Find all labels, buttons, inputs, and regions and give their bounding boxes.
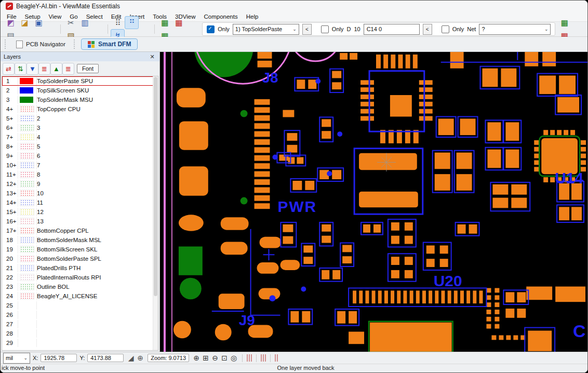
layer-color-swatch[interactable] [20, 78, 33, 84]
layer-row[interactable]: 24BeagleY_AI_LICENSE [2, 291, 158, 301]
layer-row[interactable]: 18BottomSolderMask MSL [2, 235, 158, 245]
layer-color-swatch[interactable] [20, 162, 34, 169]
layer-table-icon[interactable]: ≣ [38, 63, 50, 75]
layer-color-swatch[interactable] [20, 199, 34, 206]
layer-row[interactable]: 22PlatedInternalRouts RPI [2, 273, 158, 282]
move-layer-back-icon[interactable]: ▼ [26, 63, 38, 75]
layer-row[interactable]: 21PlatedDrills PTH [2, 263, 158, 273]
zoom-all-icon[interactable]: ◎ [229, 353, 238, 363]
line-grid-icon[interactable] [251, 354, 252, 362]
net-select[interactable]: ? [479, 24, 551, 35]
layer-color-swatch[interactable] [20, 105, 34, 113]
only-net-checkbox[interactable] [442, 25, 449, 33]
layer-color-swatch[interactable] [20, 236, 34, 244]
layer-color-swatch[interactable] [20, 190, 34, 197]
layer-row[interactable]: 27 [2, 319, 158, 329]
layer-row[interactable]: 25 [2, 301, 158, 310]
layer-row[interactable]: 4+TopCopper CPU [2, 104, 158, 114]
layer-row[interactable]: 16+13 [2, 217, 158, 226]
layer-row[interactable]: 28 [2, 329, 158, 338]
origin-grid-icon[interactable] [265, 354, 266, 362]
font-button[interactable]: Font [77, 64, 99, 73]
layer-row[interactable]: 14+11 [2, 198, 158, 207]
center-target-icon[interactable]: ⊕ [136, 353, 145, 363]
layer-row[interactable]: 12+9 [2, 179, 158, 189]
layer-color-swatch[interactable] [20, 152, 34, 159]
layer-color-swatch[interactable] [20, 292, 34, 300]
layer-color-swatch[interactable] [20, 171, 34, 178]
only-dcode-checkbox[interactable] [321, 25, 329, 33]
layer-color-swatch[interactable] [20, 283, 34, 290]
only-layer-checkbox[interactable] [207, 25, 215, 33]
layer-color-swatch[interactable] [20, 180, 34, 188]
zoom-in-icon[interactable]: ⊕ [192, 353, 201, 363]
via-grid-icon[interactable] [263, 354, 264, 362]
toggle-grid-icon[interactable] [277, 354, 278, 362]
net-probe-icon[interactable]: ▦ [557, 16, 571, 29]
scrollbar-thumb[interactable] [154, 77, 157, 296]
layer-row[interactable]: 3TopSolderMask MSU [2, 95, 158, 104]
layer-color-swatch[interactable] [20, 264, 34, 272]
layer-color-swatch[interactable] [20, 274, 34, 281]
smart-dfm-button[interactable]: Smart DFM [81, 38, 138, 50]
board-check-icon[interactable]: ▦ [172, 16, 186, 29]
layer-color-swatch[interactable] [20, 97, 33, 103]
layer-row[interactable]: 10+7 [2, 161, 158, 170]
layer-row[interactable]: 2TopSilkScreen SKU [2, 86, 158, 95]
layer-row[interactable]: 9+6 [2, 151, 158, 161]
zoom-points-icon[interactable]: ⊡ [220, 353, 229, 363]
dcode-list-icon[interactable]: ⠿ [111, 16, 125, 29]
layer-row[interactable]: 5+2 [2, 114, 158, 123]
highlight-pads-icon[interactable]: ⠛ [125, 16, 139, 29]
menu-components[interactable]: Components [200, 13, 242, 20]
layer-row[interactable]: 11+8 [2, 170, 158, 179]
prev-dcode-button[interactable]: < [423, 24, 432, 35]
pad-grid-icon[interactable] [261, 354, 262, 362]
dot-grid-icon[interactable] [249, 354, 250, 362]
units-select[interactable]: mil [3, 353, 30, 364]
layer-color-swatch[interactable] [20, 115, 34, 122]
layer-row[interactable]: 17+BottomCopper CPL [2, 226, 158, 235]
cut-icon[interactable]: ✂ [64, 16, 78, 29]
active-layer-select[interactable]: 1) TopSolderPaste [233, 24, 299, 35]
layers-scrollbar[interactable] [153, 76, 158, 350]
layer-row[interactable]: 1TopSolderPaste SPU [2, 76, 158, 86]
clear-grid-icon[interactable] [275, 354, 276, 362]
layer-color-swatch[interactable] [20, 218, 34, 225]
layer-row[interactable]: 26 [2, 310, 158, 319]
layer-row[interactable]: 6+3 [2, 123, 158, 132]
layer-color-swatch[interactable] [20, 255, 34, 262]
swap-layers-icon[interactable]: ⇄ [3, 63, 15, 75]
copy-icon[interactable]: ▥ [78, 16, 92, 29]
measure-mode-icon[interactable]: ◢ [126, 353, 136, 363]
layer-color-swatch[interactable] [20, 227, 34, 234]
move-layer-front-icon[interactable]: ▲ [50, 63, 62, 75]
layer-row[interactable]: 7+4 [2, 132, 158, 142]
layer-row[interactable]: 13+10 [2, 189, 158, 198]
board-view-icon[interactable]: ▦ [158, 16, 172, 29]
layer-color-swatch[interactable] [20, 124, 34, 131]
open-file-icon[interactable]: ◪ [18, 16, 32, 29]
menu-help[interactable]: Help [242, 13, 263, 20]
close-panel-button[interactable]: ✕ [148, 54, 156, 60]
layer-row[interactable]: 29 [2, 338, 158, 348]
pcb-canvas[interactable]: J8 PWR U20 J9 U14 C [160, 52, 587, 352]
layer-color-swatch[interactable] [20, 134, 34, 141]
layer-row[interactable]: 19BottomSilkScreen SKL [2, 245, 158, 254]
dcode-input[interactable]: C14 0 [364, 24, 420, 35]
save-file-icon[interactable]: ▣ [32, 16, 46, 29]
layer-row[interactable]: 8+5 [2, 142, 158, 151]
prev-layer-button[interactable]: < [302, 24, 312, 35]
zoom-out-icon[interactable]: ⊖ [210, 353, 220, 363]
layer-row[interactable]: 15+12 [2, 207, 158, 217]
zoom-window-icon[interactable]: ⊞ [201, 353, 210, 363]
pcb-navigator-button[interactable]: PCB Navigator [12, 39, 70, 50]
snap-grid-icon[interactable] [247, 354, 248, 362]
layer-color-swatch[interactable] [20, 87, 33, 94]
layer-color-swatch[interactable] [20, 246, 34, 253]
layer-row[interactable]: 20BottomSolderPaste SPL [2, 254, 158, 263]
reorder-layers-icon[interactable]: ⇅ [15, 63, 26, 75]
import-file-icon[interactable]: ◩ [4, 16, 18, 29]
layer-color-swatch[interactable] [20, 143, 34, 150]
layer-color-swatch[interactable] [20, 208, 34, 216]
